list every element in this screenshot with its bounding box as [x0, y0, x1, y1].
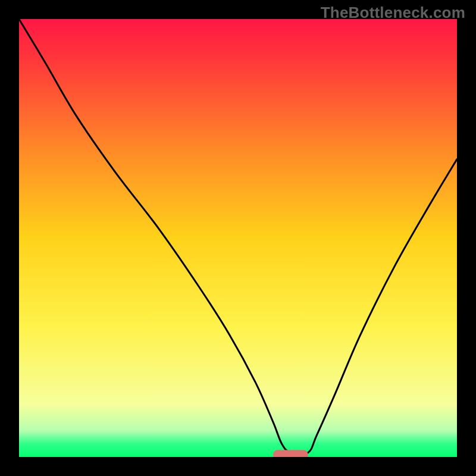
plot-area	[19, 19, 457, 457]
optimal-marker	[273, 450, 308, 457]
chart-frame: TheBottleneck.com	[0, 0, 476, 476]
bottleneck-chart	[19, 19, 457, 457]
gradient-background	[19, 19, 457, 457]
